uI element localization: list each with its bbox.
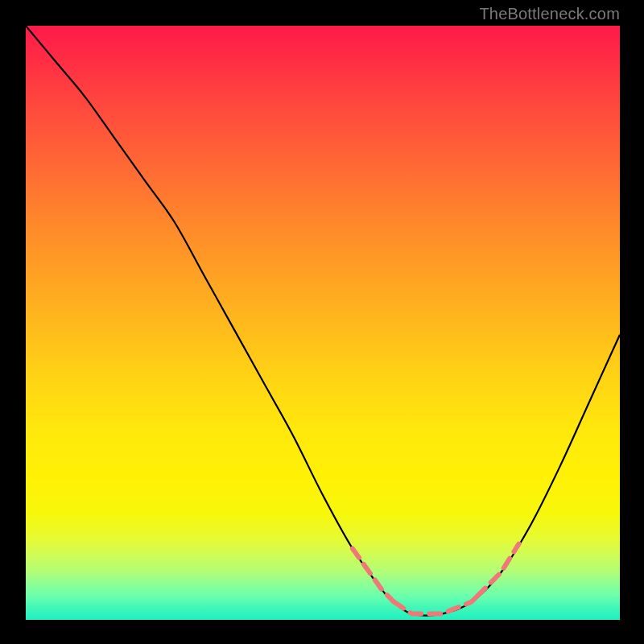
watermark-text: TheBottleneck.com [479, 5, 620, 23]
chart-frame: TheBottleneck.com [0, 0, 644, 644]
plot-area [26, 26, 620, 620]
bottleneck-curve [26, 26, 620, 615]
right-dash-overlay [477, 544, 519, 597]
curve-layer [26, 26, 620, 620]
left-dash-overlay [353, 548, 394, 601]
